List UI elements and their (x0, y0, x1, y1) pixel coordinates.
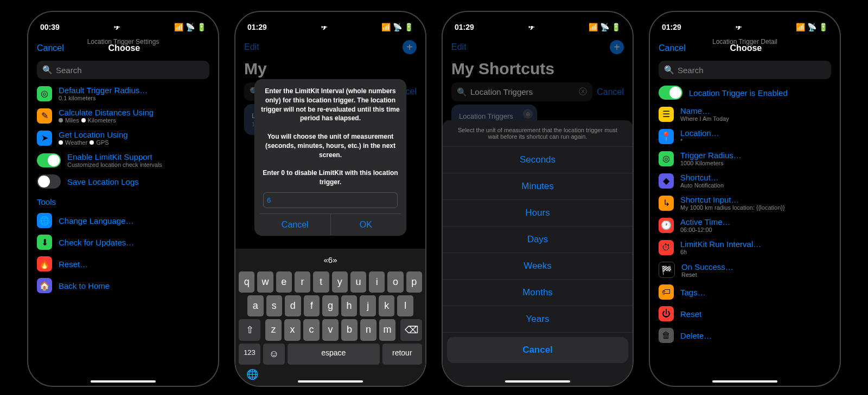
key-q[interactable]: q (239, 271, 254, 293)
row-success[interactable]: 🏁On Success…Reset (650, 258, 840, 281)
sheet-option-months[interactable]: Months (443, 280, 633, 306)
alert-dialog: Enter the LimitKit Interval (whole numbe… (254, 79, 406, 236)
numbers-key[interactable]: 123 (239, 344, 260, 365)
search-input[interactable]: 🔍 Search (37, 61, 209, 79)
sheet-option-seconds[interactable]: Seconds (443, 147, 633, 173)
globe-icon: 🌐 (37, 213, 52, 228)
toggle-on[interactable] (37, 153, 61, 167)
add-button[interactable]: + (610, 40, 624, 54)
row-reset[interactable]: 🔥Reset… (28, 253, 218, 275)
row-language[interactable]: 🌐Change Language… (28, 210, 218, 231)
download-icon: ⬇ (37, 235, 52, 250)
phone-sheet: 01:29✈ 📶 📡 🔋 Edit+ My Shortcuts 🔍Locatio… (442, 11, 634, 387)
backspace-key[interactable]: ⌫ (400, 319, 422, 341)
notch (287, 12, 374, 26)
key-s[interactable]: s (266, 295, 283, 316)
cancel-link[interactable]: Cancel (597, 87, 624, 97)
home-indicator[interactable] (298, 380, 363, 383)
target-icon: ◎ (659, 151, 674, 166)
tile-more-icon[interactable]: ⊜ (523, 109, 533, 119)
sheet-option-minutes[interactable]: Minutes (443, 173, 633, 200)
row-updates[interactable]: ⬇Check for Updates… (28, 231, 218, 253)
key-c[interactable]: c (303, 319, 320, 341)
toggle-on[interactable] (659, 86, 682, 100)
row-delete[interactable]: 🗑Delete… (650, 325, 840, 346)
row-limitkit[interactable]: Enable LimitKit SupportCustomized locati… (28, 149, 218, 171)
toggle-off[interactable] (37, 174, 61, 189)
key-l[interactable]: l (397, 295, 413, 316)
search-input[interactable]: 🔍Search (659, 61, 831, 79)
sheet-option-years[interactable]: Years (443, 306, 633, 333)
row-location[interactable]: 📍Location…* (650, 125, 840, 147)
key-n[interactable]: n (360, 319, 376, 341)
return-key[interactable]: retour (382, 344, 422, 365)
row-shortcut[interactable]: ◆Shortcut…Auto Notification (650, 170, 840, 192)
key-g[interactable]: g (322, 295, 339, 316)
key-j[interactable]: j (360, 295, 376, 316)
row-interval[interactable]: ⏱LimitKit Run Interval…6h (650, 236, 840, 258)
key-b[interactable]: b (341, 319, 358, 341)
row-save-logs[interactable]: Save Location Logs (28, 171, 218, 192)
alert-ok-button[interactable]: OK (331, 214, 401, 236)
key-f[interactable]: f (304, 295, 320, 316)
alert-cancel-button[interactable]: Cancel (260, 214, 331, 236)
edit-button[interactable]: Edit (451, 42, 467, 52)
key-w[interactable]: w (257, 271, 273, 293)
key-z[interactable]: z (265, 319, 282, 341)
row-name[interactable]: ☰Name…Where I Am Today (650, 103, 840, 125)
key-p[interactable]: p (406, 271, 422, 293)
home-indicator[interactable] (91, 380, 156, 383)
shortcut-icon: ◆ (659, 173, 674, 189)
search-input[interactable]: 🔍Location Triggersⓧ (451, 82, 592, 101)
key-x[interactable]: x (284, 319, 301, 341)
row-input[interactable]: ↳Shortcut Input…My 1000 km radius locati… (650, 192, 840, 214)
key-h[interactable]: h (341, 295, 358, 316)
key-r[interactable]: r (295, 271, 310, 293)
alert-input[interactable]: 6 (263, 192, 398, 208)
clear-icon[interactable]: ⓧ (579, 87, 587, 97)
row-active-time[interactable]: 🕐Active Time…06:00-12:00 (650, 214, 840, 236)
sheet-option-hours[interactable]: Hours (443, 200, 633, 226)
status-icons: 📶 📡 🔋 (174, 23, 206, 31)
key-d[interactable]: d (285, 295, 301, 316)
sheet-option-days[interactable]: Days (443, 226, 633, 253)
notch (80, 12, 167, 26)
phone-settings: 00:39 ✈ 📶 📡 🔋 Location Trigger Settings … (27, 11, 219, 387)
nav-subtitle: Location Trigger Settings (28, 38, 218, 46)
keyboard-suggestion[interactable]: «6» (237, 251, 424, 269)
key-u[interactable]: u (350, 271, 366, 293)
globe-key[interactable]: 🌐 (246, 368, 258, 380)
key-t[interactable]: t (313, 271, 329, 293)
row-tags[interactable]: 🏷Tags… (650, 281, 840, 303)
sheet-cancel-button[interactable]: Cancel (447, 337, 628, 363)
space-key[interactable]: espace (288, 344, 380, 365)
row-trigger-radius[interactable]: ◎ Default Trigger Radius…0.1 kilometers (28, 82, 218, 105)
home-indicator[interactable] (505, 380, 570, 383)
key-v[interactable]: v (322, 319, 339, 341)
shift-key[interactable]: ⇧ (239, 319, 260, 341)
key-a[interactable]: a (247, 295, 264, 316)
home-icon: 🏠 (37, 278, 52, 293)
key-k[interactable]: k (379, 295, 395, 316)
power-icon: ⏻ (659, 306, 674, 321)
key-o[interactable]: o (387, 271, 403, 293)
row-radius[interactable]: ◎Trigger Radius…1000 Kilometers (650, 147, 840, 170)
page-title: My Shortcuts (443, 59, 633, 82)
key-i[interactable]: i (369, 271, 385, 293)
row-get-location[interactable]: ➤ Get Location UsingWeatherGPS (28, 127, 218, 149)
sheet-option-weeks[interactable]: Weeks (443, 253, 633, 280)
row-calc-distance[interactable]: ✎ Calculate Distances UsingMilesKilomete… (28, 105, 218, 127)
key-y[interactable]: y (332, 271, 348, 293)
row-home[interactable]: 🏠Back to Home (28, 275, 218, 296)
emoji-key[interactable]: ☺ (263, 344, 285, 365)
edit-button[interactable]: Edit (244, 42, 259, 52)
home-indicator[interactable] (712, 380, 777, 383)
row-enabled[interactable]: Location Trigger is Enabled (650, 82, 840, 103)
key-e[interactable]: e (276, 271, 292, 293)
timer-icon: ⏱ (659, 240, 674, 255)
row-reset[interactable]: ⏻Reset (650, 303, 840, 325)
status-time: 01:29 (247, 23, 267, 31)
key-m[interactable]: m (379, 319, 395, 341)
add-button[interactable]: + (403, 40, 417, 54)
phone-alert: 01:29✈ 📶 📡 🔋 Edit+ My 🔍Lo Cancel Locati1… (234, 11, 426, 387)
